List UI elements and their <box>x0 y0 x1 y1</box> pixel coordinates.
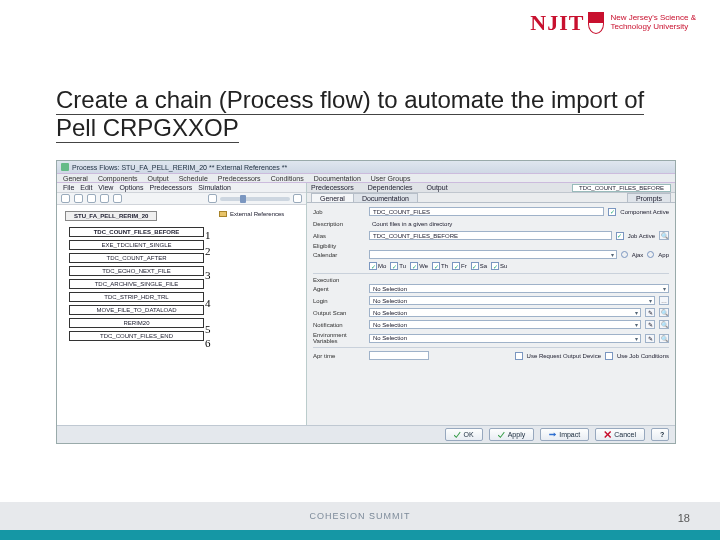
tab-general[interactable]: General <box>311 193 354 202</box>
lbl-alias: Alias <box>313 233 365 239</box>
zoom-out-icon[interactable] <box>208 194 217 203</box>
lbl-outputscan: Output Scan <box>313 310 365 316</box>
lbl-use-request-output: Use Request Output Device <box>527 353 601 359</box>
tab-dependencies[interactable]: Dependencies <box>368 184 413 191</box>
radio-ajax[interactable] <box>621 251 628 258</box>
chk-we[interactable] <box>410 262 418 270</box>
radio-app[interactable] <box>647 251 654 258</box>
process-box-1[interactable]: TDC_COUNT_FILES_BEFORE <box>69 227 204 237</box>
chk-component-active[interactable] <box>608 208 616 216</box>
external-references[interactable]: External References <box>219 211 284 217</box>
logo-subtext: New Jersey's Science &Technology Univers… <box>610 14 696 32</box>
chk-use-request-output[interactable] <box>515 352 523 360</box>
annot-1: 1 <box>205 229 211 241</box>
help-button[interactable]: ? <box>651 428 669 441</box>
menu-general[interactable]: General <box>63 175 88 182</box>
footer-text: COHESION SUMMIT <box>309 511 410 521</box>
menu-output[interactable]: Output <box>148 175 169 182</box>
chk-fr[interactable] <box>452 262 460 270</box>
menu-usergroups[interactable]: User Groups <box>371 175 411 182</box>
section-execution: Execution <box>313 277 669 283</box>
process-box-2[interactable]: EXE_TDCLIENT_SINGLE <box>69 240 204 250</box>
process-box-7[interactable]: MOVE_FILE_TO_DATALOAD <box>69 305 204 315</box>
process-box-8[interactable]: RERIM20 <box>69 318 204 328</box>
zoom-control[interactable] <box>208 194 302 203</box>
left-pane: File Edit View Options Predecessors Simu… <box>57 183 307 425</box>
tool-open-icon[interactable] <box>74 194 83 203</box>
tool-copy-icon[interactable] <box>113 194 122 203</box>
section-eligibility: Eligibility <box>313 243 669 249</box>
process-box-6[interactable]: TDC_STRIP_HDR_TRL <box>69 292 204 302</box>
selected-component-top[interactable]: TDC_COUNT_FILES_BEFORE <box>572 184 671 192</box>
field-notification[interactable]: No Selection <box>369 320 641 329</box>
tab-prompts[interactable]: Prompts <box>627 193 671 202</box>
impact-button[interactable]: Impact <box>540 428 589 441</box>
field-envvars[interactable]: No Selection <box>369 334 641 343</box>
process-box-5[interactable]: TDC_ARCHIVE_SINGLE_FILE <box>69 279 204 289</box>
notif-view-icon[interactable]: 🔍 <box>659 320 669 329</box>
ok-button[interactable]: OK <box>445 428 483 441</box>
tab-output-top[interactable]: Output <box>427 184 448 191</box>
field-alias[interactable]: TDC_COUNT_FILES_BEFORE <box>369 231 612 240</box>
lm-edit[interactable]: Edit <box>80 184 92 191</box>
lm-simulation[interactable]: Simulation <box>198 184 231 191</box>
chk-mo[interactable] <box>369 262 377 270</box>
scan-edit-icon[interactable]: ✎ <box>645 308 655 317</box>
login-browse-icon[interactable]: … <box>659 296 669 305</box>
menu-schedule[interactable]: Schedule <box>179 175 208 182</box>
field-login[interactable]: No Selection <box>369 296 655 305</box>
annot-3: 3 <box>205 269 211 281</box>
chk-th[interactable] <box>432 262 440 270</box>
menu-predecessors[interactable]: Predecessors <box>218 175 261 182</box>
menu-documentation[interactable]: Documentation <box>314 175 361 182</box>
notif-edit-icon[interactable]: ✎ <box>645 320 655 329</box>
chk-use-job-conditions[interactable] <box>605 352 613 360</box>
lm-file[interactable]: File <box>63 184 74 191</box>
tool-new-icon[interactable] <box>61 194 70 203</box>
app-icon <box>61 163 69 171</box>
process-canvas[interactable]: External References STU_FA_PELL_RERIM_20… <box>57 205 306 425</box>
field-agent[interactable]: No Selection <box>369 284 669 293</box>
process-box-4[interactable]: TDC_ECHO_NEXT_FILE <box>69 266 204 276</box>
menu-conditions[interactable]: Conditions <box>271 175 304 182</box>
chk-job-active[interactable] <box>616 232 624 240</box>
lbl-aprtime: Apr time <box>313 353 365 359</box>
field-job[interactable]: TDC_COUNT_FILES <box>369 207 604 216</box>
chk-tu[interactable] <box>390 262 398 270</box>
slide-title: Create a chain (Process flow) to automat… <box>56 86 680 142</box>
window-titlebar[interactable]: Process Flows: STU_FA_PELL_RERIM_20 ** E… <box>57 161 675 173</box>
process-box-3[interactable]: TDC_COUNT_AFTER <box>69 253 204 263</box>
cancel-button[interactable]: Cancel <box>595 428 645 441</box>
menu-components[interactable]: Components <box>98 175 138 182</box>
tool-cut-icon[interactable] <box>100 194 109 203</box>
env-edit-icon[interactable]: ✎ <box>645 334 655 343</box>
tab-predecessors[interactable]: Predecessors <box>311 184 354 191</box>
process-box-9[interactable]: TDC_COUNT_FILES_END <box>69 331 204 341</box>
annot-6: 6 <box>205 337 211 349</box>
zoom-in-icon[interactable] <box>293 194 302 203</box>
logo: NJIT New Jersey's Science &Technology Un… <box>530 10 696 36</box>
zoom-slider[interactable] <box>220 197 290 201</box>
lm-predecessors[interactable]: Predecessors <box>150 184 193 191</box>
close-icon <box>604 431 611 438</box>
field-aprtime[interactable] <box>369 351 429 360</box>
left-toolbar <box>57 193 306 205</box>
annot-5: 5 <box>205 323 211 335</box>
footer-accent <box>0 530 720 540</box>
lbl-login: Login <box>313 298 365 304</box>
chain-title[interactable]: STU_FA_PELL_RERIM_20 <box>65 211 157 221</box>
lbl-component-active: Component Active <box>620 209 669 215</box>
scan-view-icon[interactable]: 🔍 <box>659 308 669 317</box>
env-view-icon[interactable]: 🔍 <box>659 334 669 343</box>
chk-su[interactable] <box>491 262 499 270</box>
check-icon <box>498 431 505 438</box>
chk-sa[interactable] <box>471 262 479 270</box>
tab-documentation[interactable]: Documentation <box>353 193 418 202</box>
field-calendar[interactable] <box>369 250 617 259</box>
view-job-icon[interactable]: 🔍 <box>659 231 669 240</box>
apply-button[interactable]: Apply <box>489 428 535 441</box>
field-outputscan[interactable]: No Selection <box>369 308 641 317</box>
tool-save-icon[interactable] <box>87 194 96 203</box>
lm-view[interactable]: View <box>98 184 113 191</box>
lm-options[interactable]: Options <box>119 184 143 191</box>
